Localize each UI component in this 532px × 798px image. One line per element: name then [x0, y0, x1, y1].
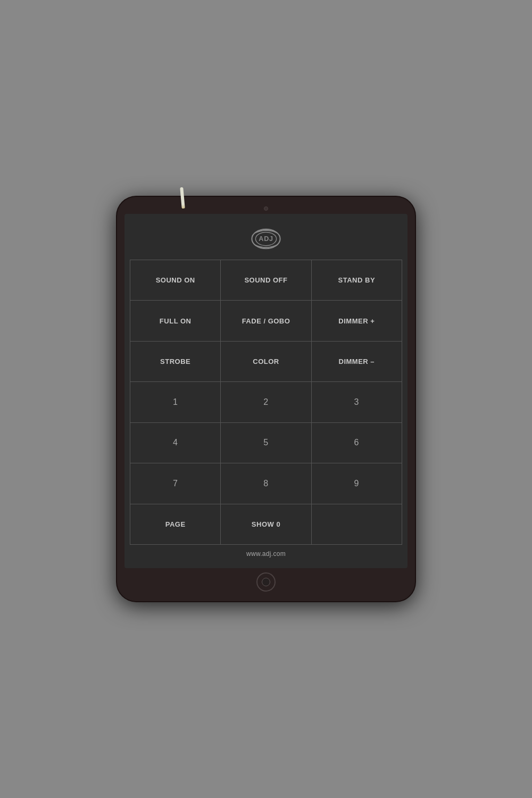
adj-logo-svg: ADJ — [247, 225, 285, 251]
button-label: PAGE — [165, 520, 186, 528]
button-label: SOUND OFF — [244, 276, 287, 284]
stylus — [180, 187, 185, 209]
button-sound-on[interactable]: SOUND ON — [130, 260, 221, 301]
button-8[interactable]: 8 — [221, 463, 311, 504]
button-label: 4 — [173, 438, 178, 447]
button-full-on[interactable]: FULL ON — [130, 301, 221, 341]
button-stand-by[interactable]: STAND BY — [312, 260, 402, 301]
button-4[interactable]: 4 — [130, 423, 221, 463]
button-label: 3 — [354, 397, 359, 407]
button-9[interactable]: 9 — [312, 463, 402, 504]
button-dimmer-+[interactable]: DIMMER + — [312, 301, 402, 341]
footer-url: www.adj.com — [246, 550, 286, 558]
button-label: DIMMER + — [338, 317, 375, 325]
button-1[interactable]: 1 — [130, 382, 221, 422]
button-3[interactable]: 3 — [312, 382, 402, 422]
button-label: 5 — [263, 438, 268, 447]
button-label: STROBE — [160, 358, 190, 365]
button-fade---gobo[interactable]: FADE / GOBO — [221, 301, 311, 341]
button-label: SHOW 0 — [252, 520, 280, 528]
button-show-0[interactable]: SHOW 0 — [221, 504, 311, 545]
button-label: DIMMER – — [339, 358, 375, 365]
button-label: 6 — [354, 438, 359, 447]
button-7[interactable]: 7 — [130, 463, 221, 504]
button-6[interactable]: 6 — [312, 423, 402, 463]
empty-cell — [312, 504, 402, 545]
button-sound-off[interactable]: SOUND OFF — [221, 260, 311, 301]
home-button-inner — [262, 578, 270, 586]
button-label: 8 — [263, 479, 268, 488]
button-label: 9 — [354, 479, 359, 488]
button-label: SOUND ON — [156, 276, 195, 284]
home-button[interactable] — [256, 572, 276, 592]
button-label: COLOR — [253, 358, 279, 365]
button-label: FULL ON — [160, 317, 192, 325]
tablet-frame: ADJ SOUND ONSOUND OFFSTAND BYFULL ONFADE… — [117, 197, 415, 601]
tablet-screen: ADJ SOUND ONSOUND OFFSTAND BYFULL ONFADE… — [124, 214, 408, 568]
button-strobe[interactable]: STROBE — [130, 342, 221, 382]
button-page[interactable]: PAGE — [130, 504, 221, 545]
button-label: 7 — [173, 479, 178, 488]
footer: www.adj.com — [130, 545, 402, 563]
button-dimmer-–[interactable]: DIMMER – — [312, 342, 402, 382]
button-grid: SOUND ONSOUND OFFSTAND BYFULL ONFADE / G… — [130, 260, 402, 545]
logo-container: ADJ — [130, 225, 402, 251]
svg-text:ADJ: ADJ — [259, 235, 273, 243]
button-label: 2 — [263, 397, 268, 407]
button-color[interactable]: COLOR — [221, 342, 311, 382]
button-2[interactable]: 2 — [221, 382, 311, 422]
button-label: 1 — [173, 397, 178, 407]
tablet-camera — [264, 206, 268, 211]
button-label: STAND BY — [338, 276, 375, 284]
button-5[interactable]: 5 — [221, 423, 311, 463]
button-label: FADE / GOBO — [242, 317, 290, 325]
